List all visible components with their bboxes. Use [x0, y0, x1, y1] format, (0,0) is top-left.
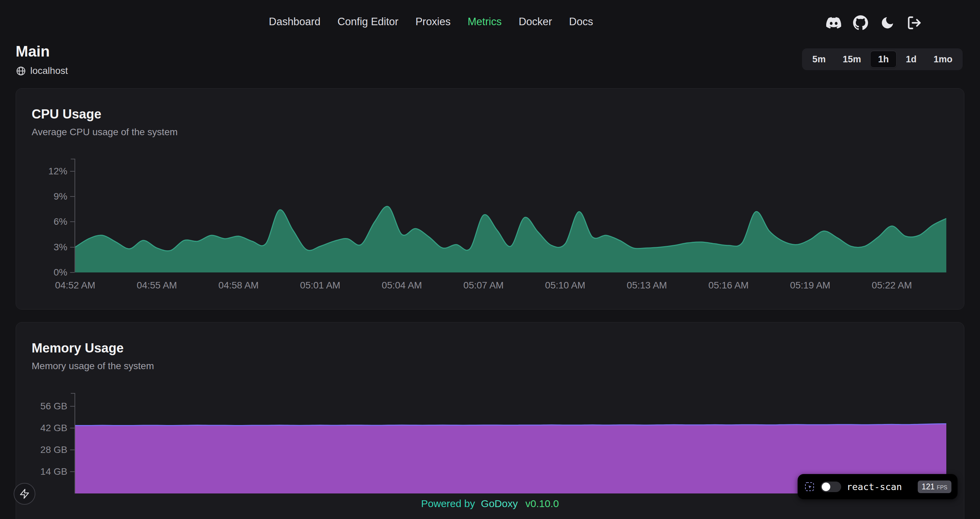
x-axis-tick-label: 05:19 AM: [790, 280, 830, 291]
host-label: localhost: [30, 65, 68, 76]
cpu-area-plot: [75, 163, 946, 272]
x-axis-tick-label: 05:07 AM: [463, 280, 504, 291]
y-axis-tick: 6%: [54, 216, 75, 227]
cpu-usage-card: CPU Usage Average CPU usage of the syste…: [16, 88, 964, 310]
logout-icon[interactable]: [907, 15, 922, 30]
nav-item-docker[interactable]: Docker: [519, 16, 552, 28]
react-scan-inspect-icon[interactable]: [804, 481, 815, 492]
time-range-1h[interactable]: 1h: [870, 51, 897, 68]
x-axis-tick-label: 05:01 AM: [300, 280, 340, 291]
nav-item-config-editor[interactable]: Config Editor: [337, 16, 398, 28]
cpu-y-axis: 12%9%6%3%0%: [16, 163, 75, 272]
react-scan-toggle[interactable]: [821, 482, 841, 492]
globe-icon: [16, 66, 26, 76]
nav-item-metrics[interactable]: Metrics: [468, 16, 501, 28]
nav-item-docs[interactable]: Docs: [569, 16, 593, 28]
footer: Powered by GoDoxy v0.10.0: [0, 498, 980, 509]
memory-y-axis: 56 GB42 GB28 GB14 GB: [16, 397, 75, 493]
x-axis-tick-label: 05:04 AM: [382, 280, 422, 291]
metrics-page: Dashboard Config Editor Proxies Metrics …: [0, 0, 980, 519]
footer-powered-by: Powered by: [421, 498, 475, 509]
time-range-1d[interactable]: 1d: [898, 51, 924, 68]
time-range-5m[interactable]: 5m: [804, 51, 833, 68]
nav-item-dashboard[interactable]: Dashboard: [269, 16, 321, 28]
footer-version: v0.10.0: [525, 498, 559, 509]
github-icon[interactable]: [853, 15, 869, 30]
discord-icon[interactable]: [826, 15, 842, 30]
x-axis-tick-label: 05:13 AM: [627, 280, 667, 291]
x-axis-tick-label: 04:58 AM: [218, 280, 259, 291]
x-axis-tick-label: 05:10 AM: [545, 280, 585, 291]
y-axis-tick: 0%: [54, 267, 75, 278]
y-axis-tick: 42 GB: [40, 423, 75, 434]
zap-icon: [19, 489, 30, 499]
nav-item-proxies[interactable]: Proxies: [415, 16, 450, 28]
react-scan-label: react-scan: [846, 482, 912, 492]
x-axis-tick-label: 05:16 AM: [708, 280, 749, 291]
x-axis-tick-label: 04:52 AM: [55, 280, 95, 291]
top-nav: Dashboard Config Editor Proxies Metrics …: [269, 16, 593, 28]
y-axis-tick: 9%: [54, 191, 75, 202]
y-axis-tick: 12%: [48, 166, 75, 177]
time-range-selector: 5m 15m 1h 1d 1mo: [802, 48, 963, 70]
fps-unit: FPS: [937, 485, 947, 491]
fps-value: 121: [922, 482, 935, 492]
cpu-x-axis: 04:52 AM04:55 AM04:58 AM05:01 AM05:04 AM…: [75, 280, 946, 294]
page-title: Main: [16, 43, 50, 60]
y-axis-tick: 3%: [54, 242, 75, 253]
y-axis-tick: 14 GB: [40, 466, 75, 477]
react-scan-widget[interactable]: react-scan 121 FPS: [798, 474, 958, 499]
toggle-knob: [822, 482, 830, 491]
y-axis-tick: 56 GB: [40, 401, 75, 412]
footer-brand-link[interactable]: GoDoxy: [481, 498, 517, 509]
cpu-chart: 12%9%6%3%0% 04:52 AM04:55 AM04:58 AM05:0…: [16, 89, 964, 310]
x-axis-tick-label: 05:22 AM: [872, 280, 912, 291]
host-row: localhost: [16, 65, 68, 76]
header-icon-group: [826, 15, 922, 30]
moon-icon[interactable]: [880, 15, 895, 30]
quick-actions-button[interactable]: [14, 483, 35, 505]
fps-badge: 121 FPS: [918, 481, 952, 493]
time-range-1mo[interactable]: 1mo: [926, 51, 960, 68]
y-axis-tick: 28 GB: [40, 444, 75, 455]
x-axis-tick-label: 04:55 AM: [137, 280, 177, 291]
time-range-15m[interactable]: 15m: [835, 51, 869, 68]
